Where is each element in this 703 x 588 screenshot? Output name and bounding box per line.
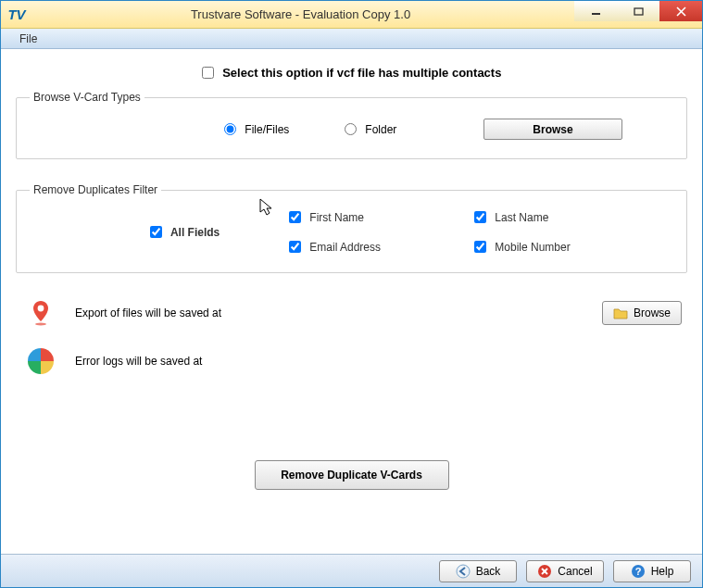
remove-duplicates-button[interactable]: Remove Duplicate V-Cards: [255, 460, 449, 490]
help-text: Help: [651, 565, 674, 578]
svg-point-5: [35, 323, 46, 326]
radio-folder[interactable]: [345, 123, 357, 135]
radio-files-label[interactable]: File/Files: [224, 123, 289, 136]
maximize-button[interactable]: [617, 1, 659, 21]
pie-chart-icon: [25, 345, 56, 377]
last-name-text: Last Name: [495, 211, 548, 224]
radio-files[interactable]: [224, 123, 236, 135]
remove-duplicates-legend: Remove Duplicates Filter: [30, 183, 161, 196]
mobile-checkbox[interactable]: [474, 241, 486, 253]
browse-destination-text: Browse: [634, 307, 671, 319]
menu-bar: File: [1, 29, 702, 49]
minimize-button[interactable]: [574, 1, 617, 21]
location-pin-icon: [25, 297, 56, 329]
last-name-label[interactable]: Last Name: [474, 211, 548, 224]
all-fields-label[interactable]: All Fields: [150, 226, 220, 239]
minimize-icon: [591, 6, 601, 17]
log-row: Error logs will be saved at: [25, 345, 687, 377]
all-fields-text: All Fields: [170, 226, 220, 239]
radio-folder-label[interactable]: Folder: [345, 123, 396, 136]
help-icon: ?: [631, 564, 646, 579]
last-name-checkbox[interactable]: [474, 211, 486, 223]
svg-rect-1: [634, 8, 643, 15]
app-logo-icon: TV: [6, 5, 27, 25]
radio-folder-text: Folder: [365, 123, 396, 136]
mobile-text: Mobile Number: [495, 241, 570, 254]
browse-source-button[interactable]: Browse: [483, 119, 622, 140]
export-label: Export of files will be saved at: [75, 307, 584, 319]
maximize-icon: [634, 6, 644, 17]
multi-contacts-checkbox[interactable]: [202, 67, 214, 79]
footer-bar: Back Cancel ? Help: [1, 554, 702, 587]
svg-point-6: [457, 565, 470, 578]
close-icon: [676, 6, 686, 17]
browse-vcard-legend: Browse V-Card Types: [30, 91, 144, 104]
remove-duplicates-group: Remove Duplicates Filter All Fields Firs…: [16, 183, 687, 273]
email-checkbox[interactable]: [289, 241, 301, 253]
svg-text:?: ?: [634, 566, 641, 577]
window-controls: [574, 1, 702, 28]
export-row: Export of files will be saved at Browse: [25, 297, 687, 329]
browse-vcard-group: Browse V-Card Types File/Files Folder Br…: [16, 91, 687, 159]
email-label[interactable]: Email Address: [289, 241, 381, 254]
close-button[interactable]: [659, 1, 702, 21]
multi-contacts-label[interactable]: Select this option if vcf file has multi…: [202, 66, 502, 80]
browse-destination-button[interactable]: Browse: [602, 301, 682, 325]
radio-files-text: File/Files: [245, 123, 289, 136]
menu-file[interactable]: File: [12, 31, 44, 47]
first-name-text: First Name: [309, 211, 364, 224]
content-area: Select this option if vcf file has multi…: [1, 49, 702, 554]
cancel-text: Cancel: [558, 565, 592, 578]
folder-icon: [613, 307, 628, 319]
multi-contacts-row: Select this option if vcf file has multi…: [16, 66, 687, 80]
mobile-label[interactable]: Mobile Number: [474, 241, 571, 254]
multi-contacts-text: Select this option if vcf file has multi…: [222, 66, 501, 80]
email-text: Email Address: [309, 241, 381, 254]
first-name-checkbox[interactable]: [289, 211, 301, 223]
help-button[interactable]: ? Help: [613, 560, 691, 582]
title-bar: TV Trustvare Software - Evaluation Copy …: [1, 1, 702, 29]
cancel-icon: [537, 564, 552, 579]
cancel-button[interactable]: Cancel: [526, 560, 604, 582]
window-title: Trustvare Software - Evaluation Copy 1.0: [27, 7, 574, 21]
first-name-label[interactable]: First Name: [289, 211, 364, 224]
back-text: Back: [476, 565, 501, 578]
back-button[interactable]: Back: [439, 560, 517, 582]
log-label: Error logs will be saved at: [75, 355, 687, 368]
app-window: TV Trustvare Software - Evaluation Copy …: [0, 0, 703, 588]
back-arrow-icon: [456, 564, 471, 579]
svg-point-4: [38, 306, 44, 312]
all-fields-checkbox[interactable]: [150, 226, 162, 238]
